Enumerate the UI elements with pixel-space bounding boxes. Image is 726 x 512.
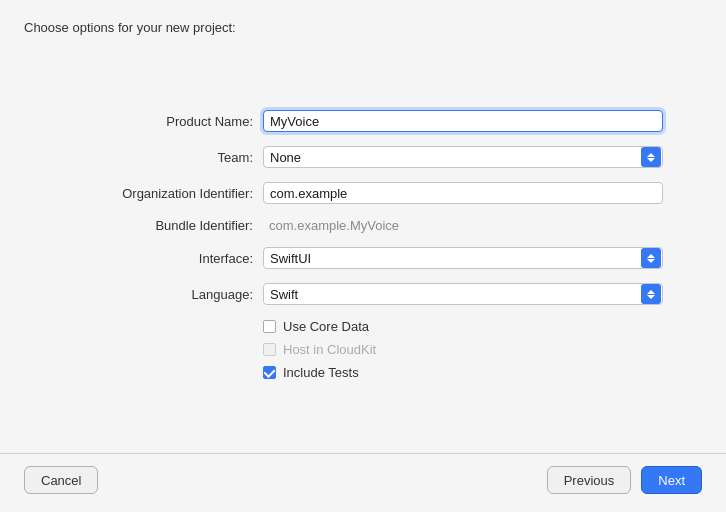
- dialog-content: Product Name: Team: None Organization Id…: [0, 47, 726, 453]
- language-select-wrapper: Swift: [263, 283, 663, 305]
- org-identifier-control: [263, 182, 663, 204]
- org-identifier-input[interactable]: [263, 182, 663, 204]
- team-select-wrapper: None: [263, 146, 663, 168]
- dialog-title: Choose options for your new project:: [24, 20, 236, 35]
- footer-right: Previous Next: [547, 466, 702, 494]
- interface-select-wrapper: SwiftUI: [263, 247, 663, 269]
- new-project-dialog: Choose options for your new project: Pro…: [0, 0, 726, 512]
- next-button[interactable]: Next: [641, 466, 702, 494]
- use-core-data-row: Use Core Data: [263, 319, 663, 334]
- include-tests-label: Include Tests: [283, 365, 359, 380]
- team-select[interactable]: None: [263, 146, 663, 168]
- host-in-cloudkit-checkbox[interactable]: [263, 343, 276, 356]
- form-container: Product Name: Team: None Organization Id…: [63, 110, 663, 380]
- host-in-cloudkit-row: Host in CloudKit: [263, 342, 663, 357]
- bundle-identifier-text: com.example.MyVoice: [263, 218, 405, 233]
- team-label: Team:: [63, 150, 253, 165]
- org-identifier-row: Organization Identifier:: [63, 182, 663, 204]
- product-name-row: Product Name:: [63, 110, 663, 132]
- dialog-header: Choose options for your new project:: [0, 0, 726, 47]
- use-core-data-checkbox[interactable]: [263, 320, 276, 333]
- org-identifier-label: Organization Identifier:: [63, 186, 253, 201]
- product-name-input[interactable]: [263, 110, 663, 132]
- language-select[interactable]: Swift: [263, 283, 663, 305]
- cancel-button[interactable]: Cancel: [24, 466, 98, 494]
- interface-row: Interface: SwiftUI: [63, 247, 663, 269]
- include-tests-row: Include Tests: [263, 365, 663, 380]
- bundle-identifier-value: com.example.MyVoice: [263, 218, 663, 233]
- bundle-identifier-label: Bundle Identifier:: [63, 218, 253, 233]
- previous-button[interactable]: Previous: [547, 466, 632, 494]
- team-row: Team: None: [63, 146, 663, 168]
- product-name-control: [263, 110, 663, 132]
- interface-select[interactable]: SwiftUI: [263, 247, 663, 269]
- product-name-label: Product Name:: [63, 114, 253, 129]
- checkboxes-section: Use Core Data Host in CloudKit Include T…: [263, 319, 663, 380]
- host-in-cloudkit-label: Host in CloudKit: [283, 342, 376, 357]
- include-tests-checkbox[interactable]: [263, 366, 276, 379]
- use-core-data-label: Use Core Data: [283, 319, 369, 334]
- footer-left: Cancel: [24, 466, 98, 494]
- dialog-footer: Cancel Previous Next: [0, 453, 726, 512]
- language-label: Language:: [63, 287, 253, 302]
- interface-label: Interface:: [63, 251, 253, 266]
- bundle-identifier-row: Bundle Identifier: com.example.MyVoice: [63, 218, 663, 233]
- language-row: Language: Swift: [63, 283, 663, 305]
